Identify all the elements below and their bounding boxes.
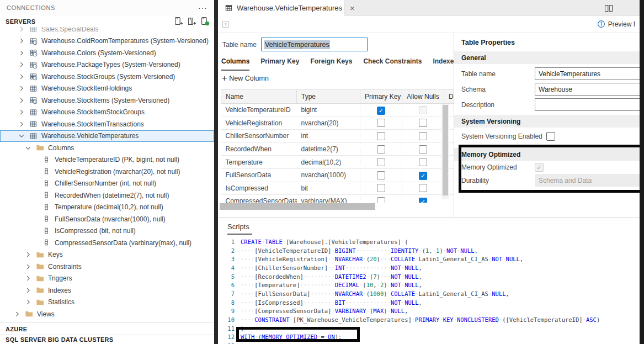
allow-nulls-checkbox[interactable] <box>419 158 427 166</box>
allow-nulls-checkbox[interactable] <box>419 198 427 203</box>
tree-item-vehicleregistration-nvarchar-20-not-null[interactable]: VehicleRegistration (nvarchar(20), not n… <box>0 166 214 178</box>
table-name-input[interactable]: VehicleTemperatures <box>261 38 368 51</box>
chevron-right-icon[interactable] <box>18 61 25 68</box>
chevron-right-icon[interactable] <box>18 49 25 57</box>
primary-key-checkbox[interactable] <box>377 132 385 140</box>
column-type-cell[interactable]: bigint <box>297 104 360 117</box>
tree-item-keys[interactable]: Keys <box>0 249 214 261</box>
grid-vertical-scrollbar-thumb[interactable] <box>443 105 448 195</box>
primary-key-checkbox[interactable] <box>377 107 385 115</box>
column-name-cell[interactable]: CompressedSensorData <box>221 195 297 203</box>
tree-item-statistics[interactable]: Statistics <box>0 297 214 309</box>
close-icon[interactable]: × <box>350 4 355 12</box>
servers-section-header[interactable]: SERVERS <box>0 15 214 27</box>
chevron-right-icon[interactable] <box>24 263 32 271</box>
active-connections-icon[interactable] <box>200 17 210 26</box>
chevron-right-icon[interactable] <box>24 251 32 258</box>
primary-key-checkbox[interactable] <box>377 158 385 166</box>
tree-item-warehouse-stockitemtransactions[interactable]: Warehouse.StockItemTransactions <box>0 118 214 130</box>
tree-item-warehouse-colors-system-versioned[interactable]: Warehouse.Colors (System-Versioned) <box>0 47 214 59</box>
chevron-right-icon[interactable] <box>13 310 21 318</box>
column-type-cell[interactable]: nvarchar(1000) <box>297 168 360 182</box>
tree-item-recordedwhen-datetime2-7-not-null[interactable]: RecordedWhen (datetime2(7), not null) <box>0 189 214 202</box>
column-name-cell[interactable]: VehicleRegistration <box>221 117 297 130</box>
chevron-right-icon[interactable] <box>18 108 25 116</box>
chevron-right-icon[interactable] <box>18 84 25 92</box>
allow-nulls-checkbox[interactable] <box>419 172 427 180</box>
column-name-cell[interactable]: RecordedWhen <box>221 142 297 156</box>
tab-warehouse-vehicletemperatures[interactable]: Warehouse.VehicleTemperatures × <box>218 0 345 16</box>
tree-item-warehouse-stockgroups-system-versioned[interactable]: Warehouse.StockGroups (System-Versioned) <box>0 71 214 83</box>
designer-tab-indexes[interactable]: Indexes <box>433 57 454 71</box>
allow-nulls-checkbox[interactable] <box>419 106 427 114</box>
chevron-right-icon[interactable] <box>18 73 25 81</box>
allow-nulls-checkbox[interactable] <box>419 132 427 140</box>
system-versioning-enabled-checkbox[interactable] <box>546 132 555 141</box>
column-name-cell[interactable]: Temperature <box>221 156 297 169</box>
primary-key-checkbox[interactable] <box>377 184 385 192</box>
sidebar-editor-divider[interactable] <box>214 0 218 344</box>
column-type-cell[interactable]: nvarchar(20) <box>297 117 360 130</box>
tree-item-constraints[interactable]: Constraints <box>0 261 214 273</box>
designer-tab-columns[interactable]: Columns <box>221 57 249 71</box>
tree-item-warehouse-stockitemholdings[interactable]: Warehouse.StockItemHoldings <box>0 83 214 95</box>
column-type-cell[interactable]: varbinary(MAX) <box>297 195 360 203</box>
primary-key-checkbox[interactable] <box>377 171 385 179</box>
description-input[interactable] <box>535 98 644 111</box>
tree-item-warehouse-stockitemstockgroups[interactable]: Warehouse.StockItemStockGroups <box>0 107 214 119</box>
tree-item-warehouse-packagetypes-system-versioned[interactable]: Warehouse.PackageTypes (System-Versioned… <box>0 59 214 71</box>
tree-item-indexes[interactable]: Indexes <box>0 284 214 297</box>
tree-item-chillersensornumber-int-not-null[interactable]: ChillerSensorNumber (int, not null) <box>0 178 214 190</box>
tree-item-fullsensordata-nvarchar-1000-null[interactable]: FullSensorData (nvarchar(1000), null) <box>0 213 214 225</box>
tree-item-vehicletemperatureid-pk-bigint-not-null[interactable]: VehicleTemperatureID (PK, bigint, not nu… <box>0 154 214 166</box>
prop-table-name-input[interactable]: VehicleTemperatures <box>535 67 644 80</box>
primary-key-checkbox[interactable] <box>377 145 385 154</box>
publish-changes-icon[interactable] <box>221 20 230 29</box>
designer-tab-check-constraints[interactable]: Check Constraints <box>363 57 422 71</box>
tree-item-warehouse-stockitems-system-versioned[interactable]: Warehouse.StockItems (System-Versioned) <box>0 94 214 107</box>
primary-key-checkbox[interactable] <box>377 119 385 127</box>
split-editor-icon[interactable] <box>604 4 613 13</box>
tree-item-triggers[interactable]: Triggers <box>0 273 214 285</box>
tree-item-temperature-decimal-10-2-not-null[interactable]: Temperature (decimal(10,2), not null) <box>0 202 214 214</box>
chevron-right-icon[interactable] <box>18 97 25 104</box>
chevron-right-icon[interactable] <box>18 120 25 128</box>
scripts-tab[interactable]: Scripts <box>227 223 249 231</box>
chevron-right-icon[interactable] <box>24 298 32 306</box>
primary-key-checkbox[interactable] <box>377 197 385 203</box>
chevron-right-icon[interactable] <box>24 274 32 282</box>
chevron-right-icon[interactable] <box>18 37 25 45</box>
azure-section-header[interactable]: AZURE <box>0 322 214 335</box>
chevron-right-icon[interactable] <box>24 287 32 294</box>
chevron-down-icon[interactable] <box>24 144 32 152</box>
preview-feature-link[interactable]: Preview f <box>597 20 635 28</box>
grid-vertical-scrollbar[interactable] <box>441 104 449 199</box>
column-type-cell[interactable]: datetime2(7) <box>297 142 360 156</box>
chevron-down-icon[interactable] <box>18 132 25 140</box>
more-actions-icon[interactable]: ··· <box>198 3 207 12</box>
tree-item-warehouse-coldroomtemperatures-system-versioned[interactable]: Warehouse.ColdRoomTemperatures (System-V… <box>0 35 214 47</box>
durability-select[interactable]: Schema and Data <box>535 174 644 187</box>
new-column-button[interactable]: + New Column <box>222 74 269 83</box>
column-name-cell[interactable]: VehicleTemperatureID <box>221 104 297 117</box>
tree-item-columns[interactable]: Columns <box>0 142 214 154</box>
column-name-cell[interactable]: FullSensorData <box>221 168 297 182</box>
schema-input[interactable]: Warehouse <box>535 83 644 96</box>
new-connection-icon[interactable] <box>174 17 183 26</box>
allow-nulls-checkbox[interactable] <box>419 119 427 127</box>
designer-tab-foreign-keys[interactable]: Foreign Keys <box>310 57 352 71</box>
tree-item-compressedsensordata-varbinary-max-null[interactable]: CompressedSensorData (varbinary(max), nu… <box>0 237 214 249</box>
tree-item-iscompressed-bit-not-null[interactable]: IsCompressed (bit, not null) <box>0 225 214 237</box>
new-server-group-icon[interactable] <box>187 17 196 26</box>
column-type-cell[interactable]: bit <box>297 182 360 195</box>
allow-nulls-checkbox[interactable] <box>419 145 427 154</box>
tree-item-warehouse-vehicletemperatures[interactable]: Warehouse.VehicleTemperatures <box>0 130 214 142</box>
memory-optimized-checkbox[interactable] <box>535 163 544 172</box>
sql-code-editor[interactable]: 1CREATE·TABLE·[Warehouse].[VehicleTemper… <box>218 237 640 344</box>
grid-horizontal-scrollbar-thumb[interactable] <box>220 203 375 210</box>
column-name-cell[interactable]: ChillerSensorNumber <box>221 130 297 143</box>
tree-item-views[interactable]: Views <box>0 308 214 320</box>
designer-tab-primary-key[interactable]: Primary Key <box>260 57 299 71</box>
column-name-cell[interactable]: IsCompressed <box>221 182 297 195</box>
big-data-clusters-section-header[interactable]: SQL SERVER BIG DATA CLUSTERS <box>0 335 214 344</box>
